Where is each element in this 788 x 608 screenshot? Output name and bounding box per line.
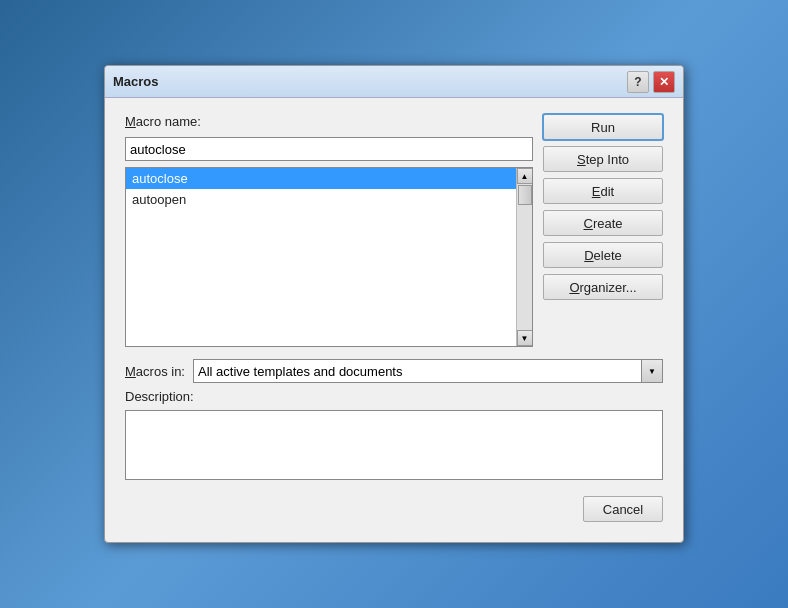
create-button[interactable]: Create	[543, 210, 663, 236]
macro-name-label: Macro name:	[125, 114, 533, 129]
scroll-thumb[interactable]	[518, 185, 532, 205]
organizer-button[interactable]: Organizer...	[543, 274, 663, 300]
edit-button[interactable]: Edit	[543, 178, 663, 204]
description-label: Description:	[125, 389, 663, 404]
dialog-body: Macro name: autoclose autoopen ▲ ▼	[105, 98, 683, 542]
left-panel: Macro name: autoclose autoopen ▲ ▼	[125, 114, 533, 347]
macros-in-row: Macros in: All active templates and docu…	[125, 359, 663, 383]
scroll-down-arrow[interactable]: ▼	[517, 330, 533, 346]
step-into-button[interactable]: Step Into	[543, 146, 663, 172]
macros-dialog: Macros ? ✕ Macro name: autoclose autoope…	[104, 65, 684, 543]
bottom-area: Macros in: All active templates and docu…	[125, 355, 663, 480]
help-button[interactable]: ?	[627, 71, 649, 93]
run-button[interactable]: Run	[543, 114, 663, 140]
macro-list[interactable]: autoclose autoopen	[126, 168, 516, 346]
main-area: Macro name: autoclose autoopen ▲ ▼	[125, 114, 663, 347]
title-bar-controls: ? ✕	[627, 71, 675, 93]
close-button[interactable]: ✕	[653, 71, 675, 93]
list-item[interactable]: autoclose	[126, 168, 516, 189]
footer-row: Cancel	[125, 488, 663, 526]
macros-in-select[interactable]: All active templates and documents Norma…	[193, 359, 663, 383]
macros-in-label: Macros in:	[125, 364, 185, 379]
scrollbar[interactable]: ▲ ▼	[516, 168, 532, 346]
right-panel: Run Step Into Edit Create Delete Organiz…	[543, 114, 663, 347]
macro-list-container: autoclose autoopen ▲ ▼	[125, 167, 533, 347]
description-box	[125, 410, 663, 480]
cancel-button[interactable]: Cancel	[583, 496, 663, 522]
macro-name-input[interactable]	[125, 137, 533, 161]
list-item[interactable]: autoopen	[126, 189, 516, 210]
macros-in-select-wrapper: All active templates and documents Norma…	[193, 359, 663, 383]
title-bar: Macros ? ✕	[105, 66, 683, 98]
scroll-up-arrow[interactable]: ▲	[517, 168, 533, 184]
delete-button[interactable]: Delete	[543, 242, 663, 268]
dialog-title: Macros	[113, 74, 627, 89]
